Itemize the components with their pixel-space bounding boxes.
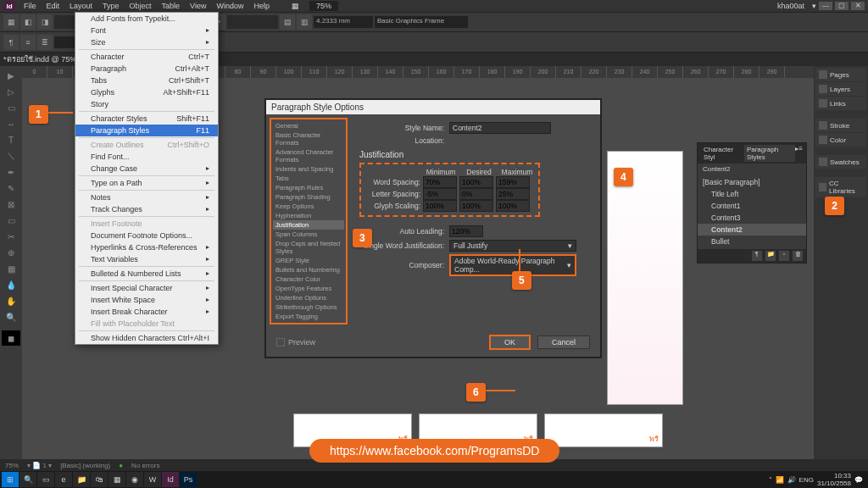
tray-up-icon[interactable]: ˄ [769, 476, 772, 484]
menu-item-track-changes[interactable]: Track Changes▸ [75, 203, 218, 215]
menu-view[interactable]: View [185, 2, 211, 10]
pen-tool[interactable]: ✒ [2, 164, 20, 180]
style-row[interactable]: [Basic Paragraph] [698, 176, 806, 188]
tab-paragraph-styles[interactable]: Paragraph Styles [744, 145, 795, 162]
document-page[interactable] [607, 151, 683, 405]
style-row[interactable]: Bullet [698, 236, 806, 247]
menu-window[interactable]: Window [211, 2, 248, 10]
auto-leading-input[interactable] [449, 225, 483, 237]
menu-item-font[interactable]: Font▸ [75, 25, 218, 36]
menu-item-hyperlinks-cross-references[interactable]: Hyperlinks & Cross-References▸ [75, 241, 218, 253]
tool-icon[interactable]: ▥ [297, 14, 312, 30]
zoom-tool[interactable]: 🔍 [2, 309, 20, 324]
search-icon[interactable]: 🔍 [19, 472, 36, 487]
tray-notifications-icon[interactable]: 💬 [854, 476, 863, 484]
style-row[interactable]: Title Left [698, 188, 806, 200]
maximize-button[interactable]: ▢ [835, 2, 849, 10]
tool-icon[interactable]: ▦ [3, 14, 19, 30]
preview-checkbox[interactable]: Preview [276, 338, 315, 347]
category-export-tagging[interactable]: Export Tagging [273, 312, 344, 321]
tool-icon[interactable]: ◨ [37, 14, 53, 30]
category-drop-caps-and-nested-styles[interactable]: Drop Caps and Nested Styles [273, 239, 344, 256]
stroke-field[interactable]: 4.2333 mm [314, 16, 373, 28]
photoshop-icon[interactable]: Ps [180, 472, 197, 487]
menu-edit[interactable]: Edit [42, 2, 65, 10]
start-button[interactable]: ⊞ [2, 472, 19, 487]
glyph-min[interactable] [423, 200, 457, 212]
letter-des[interactable] [459, 188, 493, 200]
category-character-color[interactable]: Character Color [273, 274, 344, 284]
menu-type[interactable]: Type [97, 2, 125, 10]
single-word-select[interactable]: Full Justify▾ [449, 240, 576, 252]
word-des[interactable] [459, 176, 493, 188]
category-bullets-and-numbering[interactable]: Bullets and Numbering [273, 265, 344, 274]
category-span-columns[interactable]: Span Columns [273, 230, 344, 239]
panel-links[interactable]: Links [815, 97, 866, 110]
selection-tool[interactable]: ▶ [2, 68, 20, 83]
category-keep-options[interactable]: Keep Options [273, 202, 344, 211]
panel-menu-icon[interactable]: ▸≡ [795, 145, 803, 162]
align-icon[interactable]: ≡ [20, 35, 36, 50]
category-underline-options[interactable]: Underline Options [273, 293, 344, 302]
menu-item-document-footnote-options-[interactable]: Document Footnote Options... [75, 230, 218, 241]
app-icon[interactable]: ▦ [108, 472, 125, 487]
clear-override-icon[interactable]: ¶ [752, 251, 762, 261]
menu-item-story[interactable]: Story [75, 98, 218, 110]
eyedropper-tool[interactable]: 💧 [2, 277, 20, 292]
explorer-icon[interactable]: 📁 [73, 472, 90, 487]
category-strikethrough-options[interactable]: Strikethrough Options [273, 302, 344, 312]
menu-help[interactable]: Help [248, 2, 275, 10]
tray-volume-icon[interactable]: 🔊 [787, 476, 796, 484]
word-min[interactable] [423, 176, 457, 188]
zoom-level[interactable]: 75% [309, 1, 338, 11]
menu-item-paragraph-styles[interactable]: ✓Paragraph StylesF11 [75, 125, 218, 136]
hand-tool[interactable]: ✋ [2, 293, 20, 308]
document-tab[interactable]: *ตรอยใช้.indd @ 75% [3, 53, 76, 65]
fill-stroke[interactable]: ◼ [2, 330, 20, 346]
tab-character-styles[interactable]: Character Styl [701, 145, 744, 162]
menu-item-change-case[interactable]: Change Case▸ [75, 163, 218, 175]
menu-item-character-styles[interactable]: Character StylesShift+F11 [75, 113, 218, 125]
type-tool[interactable]: T [2, 132, 20, 147]
letter-min[interactable] [423, 188, 457, 200]
bridge-icon[interactable]: ▦ [292, 2, 299, 10]
word-icon[interactable]: W [144, 472, 161, 487]
menu-object[interactable]: Object [125, 2, 157, 10]
status-zoom[interactable]: 75% [5, 462, 19, 469]
menu-item-show-hidden-characters[interactable]: Show Hidden CharactersCtrl+Alt+I [75, 332, 218, 344]
category-paragraph-shading[interactable]: Paragraph Shading [273, 192, 344, 202]
document-page[interactable]: พร้ [544, 413, 663, 447]
edge-icon[interactable]: e [55, 472, 72, 487]
menu-item-insert-white-space[interactable]: Insert White Space▸ [75, 294, 218, 306]
close-button[interactable]: ✕ [851, 2, 865, 10]
chrome-icon[interactable]: ◉ [126, 472, 143, 487]
menu-item-insert-break-character[interactable]: Insert Break Character▸ [75, 306, 218, 318]
rotation-field[interactable] [227, 15, 278, 29]
style-row[interactable]: Content2 [698, 224, 806, 236]
menu-item-tabs[interactable]: TabsCtrl+Shift+T [75, 75, 218, 86]
page-tool[interactable]: ▭ [2, 100, 20, 115]
menu-item-paragraph[interactable]: ParagraphCtrl+Alt+T [75, 63, 218, 75]
indesign-taskbar-icon[interactable]: Id [162, 472, 179, 487]
word-max[interactable] [496, 176, 530, 188]
category-advanced-character-formats[interactable]: Advanced Character Formats [273, 147, 344, 164]
gap-tool[interactable]: ↔ [2, 116, 20, 131]
frame-tool[interactable]: ⊠ [2, 197, 20, 212]
category-justification[interactable]: Justification [273, 220, 344, 230]
category-opentype-features[interactable]: OpenType Features [273, 284, 344, 293]
line-tool[interactable]: ＼ [2, 148, 20, 164]
cancel-button[interactable]: Cancel [537, 336, 590, 349]
new-group-icon[interactable]: 📁 [765, 251, 776, 261]
store-icon[interactable]: 🛍 [91, 472, 108, 487]
panel-field[interactable]: Basic Graphics Frame [375, 16, 468, 28]
align-icon[interactable]: ≣ [37, 35, 53, 50]
menu-item-glyphs[interactable]: GlyphsAlt+Shift+F11 [75, 86, 218, 98]
menu-item-character[interactable]: CharacterCtrl+T [75, 51, 218, 63]
rectangle-tool[interactable]: ▭ [2, 213, 20, 228]
category-hyphenation[interactable]: Hyphenation [273, 211, 344, 220]
gradient-tool[interactable]: ▦ [2, 261, 20, 276]
category-general[interactable]: General [273, 121, 344, 130]
ok-button[interactable]: OK [489, 335, 531, 350]
menu-item-size[interactable]: Size▸ [75, 36, 218, 48]
menu-item-notes[interactable]: Notes▸ [75, 191, 218, 203]
